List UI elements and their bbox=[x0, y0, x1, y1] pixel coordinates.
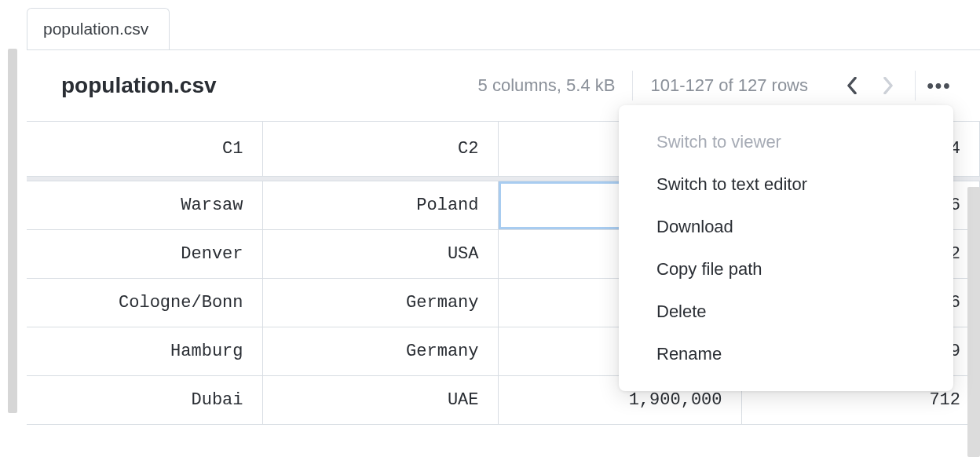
cell[interactable]: Germany bbox=[262, 279, 498, 327]
left-scroll-indicator bbox=[8, 49, 17, 413]
chevron-right-icon bbox=[883, 77, 894, 94]
menu-switch-viewer: Switch to viewer bbox=[619, 121, 953, 163]
more-context-menu: Switch to viewer Switch to text editor D… bbox=[619, 105, 953, 391]
tab-label: population.csv bbox=[43, 20, 148, 38]
divider bbox=[915, 71, 916, 101]
more-icon: ••• bbox=[927, 75, 951, 97]
cell[interactable]: Denver bbox=[27, 230, 262, 279]
menu-rename[interactable]: Rename bbox=[619, 333, 953, 375]
row-range: 101-127 of 127 rows bbox=[633, 75, 825, 96]
cell[interactable]: USA bbox=[262, 230, 498, 279]
menu-copy-file-path[interactable]: Copy file path bbox=[619, 248, 953, 291]
menu-download[interactable]: Download bbox=[619, 206, 953, 248]
cell[interactable]: Hamburg bbox=[27, 327, 262, 376]
cell[interactable]: Cologne/Bonn bbox=[27, 279, 262, 327]
column-header[interactable]: C1 bbox=[27, 122, 262, 177]
more-menu-button[interactable]: ••• bbox=[922, 71, 956, 100]
chevron-left-icon bbox=[847, 77, 858, 94]
column-header[interactable]: C2 bbox=[262, 122, 498, 177]
next-page-button bbox=[876, 73, 901, 98]
cell[interactable]: Germany bbox=[262, 327, 498, 376]
cell[interactable]: UAE bbox=[262, 376, 498, 425]
cell[interactable]: Poland bbox=[262, 181, 498, 230]
file-title: population.csv bbox=[61, 73, 217, 98]
menu-switch-text-editor[interactable]: Switch to text editor bbox=[619, 163, 953, 206]
prev-page-button[interactable] bbox=[839, 73, 865, 98]
cell[interactable]: Dubai bbox=[27, 376, 262, 425]
cell[interactable]: Warsaw bbox=[27, 181, 262, 230]
tab-bar: population.csv bbox=[0, 0, 980, 49]
vertical-scrollbar[interactable] bbox=[967, 187, 980, 457]
pager bbox=[825, 73, 915, 98]
file-meta: 5 columns, 5.4 kB bbox=[461, 75, 633, 96]
menu-delete[interactable]: Delete bbox=[619, 291, 953, 333]
tab-population-csv[interactable]: population.csv bbox=[27, 8, 170, 49]
